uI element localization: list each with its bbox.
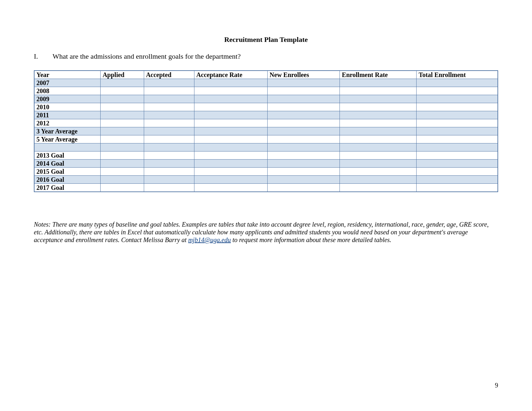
notes-paragraph: Notes: There are many types of baseline …	[34, 220, 498, 244]
cell	[417, 127, 498, 135]
col-acceptance-rate: Acceptance Rate	[194, 71, 267, 79]
cell	[101, 119, 144, 127]
cell	[101, 95, 144, 103]
cell	[194, 95, 267, 103]
cell	[144, 160, 194, 168]
cell	[340, 135, 417, 143]
cell	[194, 168, 267, 176]
table-row: 2010	[34, 103, 498, 111]
row-label: 2012	[34, 119, 101, 127]
cell	[101, 111, 144, 119]
table-row: 2017 Goal	[34, 184, 498, 192]
row-label: 2010	[34, 103, 101, 111]
cell	[144, 143, 194, 152]
section-question: What are the admissions and enrollment g…	[53, 52, 498, 61]
cell	[101, 143, 144, 152]
cell	[144, 168, 194, 176]
cell	[144, 79, 194, 87]
cell	[340, 184, 417, 192]
cell	[268, 160, 340, 168]
row-label: 2011	[34, 111, 101, 119]
col-accepted: Accepted	[144, 71, 194, 79]
table-row: 2008	[34, 87, 498, 95]
table-row: 3 Year Average	[34, 127, 498, 135]
cell	[101, 160, 144, 168]
document-title: Recruitment Plan Template	[34, 35, 498, 44]
cell	[340, 111, 417, 119]
cell	[340, 95, 417, 103]
cell	[417, 143, 498, 152]
cell	[340, 152, 417, 160]
cell	[417, 168, 498, 176]
section-number: I.	[34, 52, 53, 61]
table-row: 2015 Goal	[34, 168, 498, 176]
cell	[194, 119, 267, 127]
cell	[101, 135, 144, 143]
cell	[340, 119, 417, 127]
cell	[417, 119, 498, 127]
cell	[268, 87, 340, 95]
cell	[417, 176, 498, 184]
cell	[101, 127, 144, 135]
cell	[340, 127, 417, 135]
row-label: 2008	[34, 87, 101, 95]
cell	[340, 176, 417, 184]
row-label: 3 Year Average	[34, 127, 101, 135]
cell	[101, 79, 144, 87]
col-total-enrollment: Total Enrollment	[417, 71, 498, 79]
cell	[194, 160, 267, 168]
table-row: 2009	[34, 95, 498, 103]
cell	[194, 143, 267, 152]
cell	[144, 103, 194, 111]
row-label: 2009	[34, 95, 101, 103]
cell	[101, 152, 144, 160]
document-page: Recruitment Plan Template I. What are th…	[0, 0, 532, 411]
cell	[417, 111, 498, 119]
cell	[268, 127, 340, 135]
cell	[101, 168, 144, 176]
col-new-enrollees: New Enrollees	[268, 71, 340, 79]
cell	[417, 103, 498, 111]
col-enrollment-rate: Enrollment Rate	[340, 71, 417, 79]
cell	[340, 79, 417, 87]
cell	[268, 176, 340, 184]
cell	[417, 152, 498, 160]
cell	[268, 152, 340, 160]
cell	[340, 103, 417, 111]
cell	[144, 95, 194, 103]
cell	[194, 135, 267, 143]
cell	[340, 160, 417, 168]
cell	[194, 184, 267, 192]
cell	[194, 79, 267, 87]
notes-email-link[interactable]: mjb14@uga.edu	[188, 236, 231, 243]
row-label: 2015 Goal	[34, 168, 101, 176]
table-header-row: Year Applied Accepted Acceptance Rate Ne…	[34, 71, 498, 79]
cell	[144, 176, 194, 184]
cell	[101, 176, 144, 184]
cell	[144, 119, 194, 127]
cell	[417, 87, 498, 95]
table-row: 5 Year Average	[34, 135, 498, 143]
page-number: 9	[495, 382, 498, 389]
enrollment-goals-table: Year Applied Accepted Acceptance Rate Ne…	[34, 70, 498, 192]
col-year: Year	[34, 71, 101, 79]
cell	[268, 111, 340, 119]
cell	[268, 79, 340, 87]
cell	[268, 119, 340, 127]
row-label: 2013 Goal	[34, 152, 101, 160]
cell	[417, 95, 498, 103]
table-row: 2012	[34, 119, 498, 127]
cell	[101, 184, 144, 192]
table-row: 2014 Goal	[34, 160, 498, 168]
row-label: 5 Year Average	[34, 135, 101, 143]
table-row: 2016 Goal	[34, 176, 498, 184]
cell	[144, 152, 194, 160]
cell	[194, 87, 267, 95]
row-label: 2007	[34, 79, 101, 87]
cell	[144, 127, 194, 135]
cell	[268, 135, 340, 143]
cell	[144, 87, 194, 95]
cell	[144, 184, 194, 192]
cell	[144, 135, 194, 143]
cell	[417, 79, 498, 87]
